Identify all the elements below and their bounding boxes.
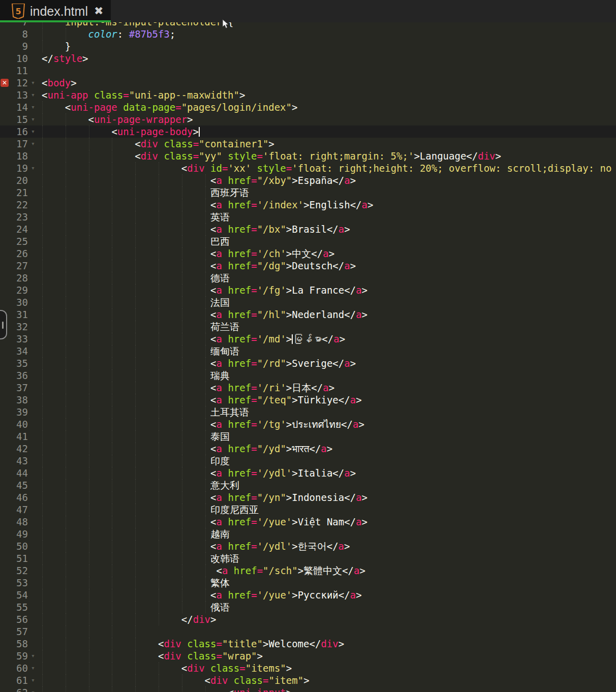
code-line-30[interactable]: 30法国 <box>0 296 616 308</box>
line-number: 41 <box>0 430 28 443</box>
code-line-25[interactable]: 25巴西 <box>0 235 616 247</box>
token-punc: < <box>181 163 187 174</box>
token-punc: </ <box>327 541 338 552</box>
fold-arrow-icon[interactable]: ▾ <box>29 662 37 674</box>
code-line-46[interactable]: 46<a href="/yn">Indonesia</a> <box>0 491 616 504</box>
left-edge-handle[interactable] <box>0 310 7 339</box>
fold-arrow-icon[interactable]: ▾ <box>29 113 37 125</box>
code-line-21[interactable]: 21西班牙语 <box>0 186 616 199</box>
code-line-14[interactable]: 14▾<uni-page data-page="pages/login/inde… <box>0 101 616 113</box>
code-line-9[interactable]: 9} <box>0 40 616 52</box>
code-line-27[interactable]: 27<a href="/dg">Deutsch</a> <box>0 260 616 272</box>
token-str: 'float: right;margin: 5%;' <box>263 150 414 162</box>
code-line-56[interactable]: 56</div> <box>0 613 616 625</box>
fold-arrow-icon[interactable]: ▾ <box>29 77 37 89</box>
code-line-57[interactable]: 57 <box>0 625 616 638</box>
html5-file-icon: 5 <box>12 4 25 19</box>
indent-guide <box>42 467 43 479</box>
code-line-20[interactable]: 20<a href="/xby">España</a> <box>0 174 616 186</box>
code-line-42[interactable]: 42<a href="/yd">भारत</a> <box>0 443 616 455</box>
code-line-11[interactable]: 11 <box>0 65 616 77</box>
code-line-53[interactable]: 53繁体 <box>0 577 616 589</box>
token-punc: > <box>286 663 292 674</box>
code-line-13[interactable]: 13▾<uni-app class="uni-app--maxwidth"> <box>0 89 616 101</box>
token-attr: id <box>210 163 222 174</box>
indent-guide <box>205 686 206 692</box>
code-line-55[interactable]: 55俄语 <box>0 601 616 613</box>
fold-arrow-icon[interactable]: ▾ <box>29 162 37 174</box>
code-line-37[interactable]: 37<a href='/ri'>日本</a> <box>0 382 616 394</box>
indent-guide <box>42 625 43 638</box>
code-line-52[interactable]: 52<a href="/sch">繁體中文</a> <box>0 564 616 577</box>
fold-arrow-icon[interactable]: ▾ <box>29 674 37 686</box>
code-line-16[interactable]: 16▾<uni-page-body> <box>0 125 616 138</box>
indent-guide <box>42 613 43 625</box>
code-line-59[interactable]: 59▾<div class="wrap"> <box>0 650 616 662</box>
code-line-61[interactable]: 61▾<div class="item"> <box>0 674 616 686</box>
indent-guide <box>205 528 206 540</box>
token-punc: > <box>350 358 356 369</box>
code-line-26[interactable]: 26<a href='/ch'>中文</a> <box>0 247 616 260</box>
code-line-54[interactable]: 54<a href='/yue'>Русский</a> <box>0 589 616 601</box>
code-line-23[interactable]: 23英语 <box>0 211 616 223</box>
code-line-18[interactable]: 18<div class="yy" style='float: right;ma… <box>0 150 616 162</box>
code-line-45[interactable]: 45意大利 <box>0 479 616 491</box>
code-line-22[interactable]: 22<a href='/index'>English</a> <box>0 199 616 211</box>
code-line-19[interactable]: 19▾<div id='xx' style='float: right;heig… <box>0 162 616 174</box>
token-punc: </ <box>309 443 321 454</box>
code-line-40[interactable]: 40<a href='/tg'>ประเทศไทย</a> <box>0 418 616 430</box>
fold-arrow-icon[interactable]: ▾ <box>29 686 37 692</box>
code-line-49[interactable]: 49越南 <box>0 528 616 540</box>
code-line-15[interactable]: 15▾<uni-page-wrapper> <box>0 113 616 125</box>
code-line-60[interactable]: 60▾<div class="items"> <box>0 662 616 674</box>
code-line-44[interactable]: 44<a href='/ydl'>Italia</a> <box>0 467 616 479</box>
token-attr: href <box>228 419 251 430</box>
indent-guide <box>135 674 136 686</box>
code-line-33[interactable]: 33<a href='/md'>မြန်မာ</a> <box>0 333 616 345</box>
code-line-31[interactable]: 31<a href="/hl">Nederland</a> <box>0 308 616 321</box>
code-line-39[interactable]: 39土耳其语 <box>0 406 616 418</box>
code-line-12[interactable]: ✕12▾<body> <box>0 77 616 89</box>
code-line-62[interactable]: 62▾<uni-input> <box>0 686 616 692</box>
code-line-36[interactable]: 36瑞典 <box>0 369 616 382</box>
code-line-58[interactable]: 58<div class="title">Welcome</div> <box>0 638 616 650</box>
code-line-34[interactable]: 34缅甸语 <box>0 345 616 357</box>
indent-guide <box>205 308 206 321</box>
code-line-43[interactable]: 43印度 <box>0 455 616 467</box>
code-area[interactable]: 7input:-ms-input-placeholder {8color: #8… <box>0 16 616 692</box>
code-line-29[interactable]: 29<a href='/fg'>La France</a> <box>0 284 616 296</box>
token-text: 西班牙语 <box>210 187 249 198</box>
code-line-47[interactable]: 47印度尼西亚 <box>0 504 616 516</box>
code-line-41[interactable]: 41泰国 <box>0 430 616 443</box>
token-attr: data-page <box>123 102 175 113</box>
code-line-28[interactable]: 28德语 <box>0 272 616 284</box>
indent-guide <box>135 589 136 601</box>
code-line-48[interactable]: 48<a href='/yue'>Việt Nam</a> <box>0 516 616 528</box>
fold-arrow-icon[interactable]: ▾ <box>29 101 37 113</box>
indent-guide <box>66 589 66 601</box>
fold-arrow-icon[interactable]: ▾ <box>29 89 37 101</box>
fold-arrow-icon[interactable]: ▾ <box>29 125 37 138</box>
tab-index-html[interactable]: 5 index.html ✖ <box>0 0 111 22</box>
fold-arrow-icon[interactable]: ▾ <box>29 138 37 150</box>
code-line-32[interactable]: 32荷兰语 <box>0 321 616 333</box>
code-line-17[interactable]: 17▾<div class="container1"> <box>0 138 616 150</box>
token-punc: < <box>210 382 216 393</box>
token-tag: a <box>217 516 222 527</box>
indent-guide <box>112 308 112 321</box>
code-line-24[interactable]: 24<a href="/bx">Brasil</a> <box>0 223 616 235</box>
tab-close-icon[interactable]: ✖ <box>94 6 103 17</box>
indent-guide <box>135 430 136 443</box>
code-line-35[interactable]: 35<a href="/rd">Sverige</a> <box>0 357 616 369</box>
code-line-50[interactable]: 50<a href='/ydl'>한국어</a> <box>0 540 616 552</box>
line-number: 50 <box>0 540 28 552</box>
indent-guide <box>182 674 182 686</box>
fold-arrow-icon[interactable]: ▾ <box>29 650 37 662</box>
code-line-38[interactable]: 38<a href="/teq">Türkiye</a> <box>0 394 616 406</box>
token-op: = <box>251 248 257 259</box>
code-line-51[interactable]: 51改韩语 <box>0 552 616 564</box>
code-text: <a href='/tg'>ประเทศไทย</a> <box>210 418 364 430</box>
code-line-8[interactable]: 8color: #87b5f3; <box>0 28 616 40</box>
token-punc: > <box>356 394 361 405</box>
code-line-10[interactable]: 10</style> <box>0 52 616 65</box>
